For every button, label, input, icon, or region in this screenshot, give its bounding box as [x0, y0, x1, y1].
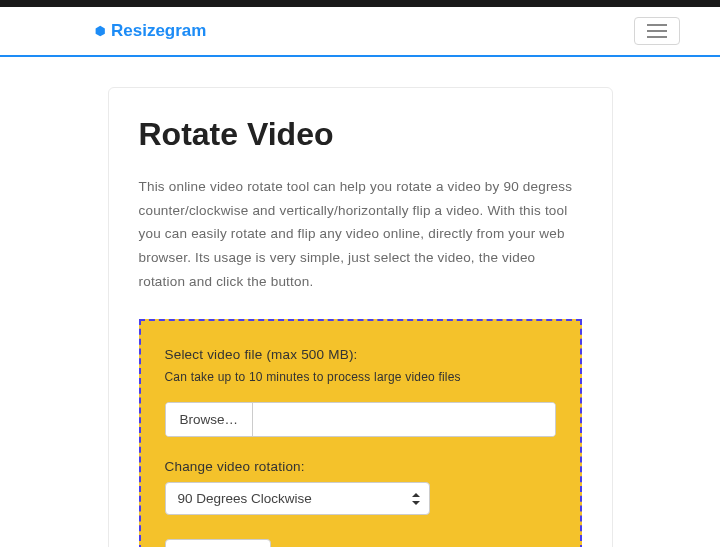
navbar: ⬢ Resizegram — [0, 7, 720, 57]
file-label: Select video file (max 500 MB): — [165, 347, 556, 362]
brand-text: Resizegram — [111, 21, 206, 41]
brand-icon: ⬢ — [95, 24, 105, 38]
file-display — [253, 403, 554, 436]
page-description: This online video rotate tool can help y… — [139, 175, 582, 293]
file-note: Can take up to 10 minutes to process lar… — [165, 370, 556, 384]
form-box: Select video file (max 500 MB): Can take… — [139, 319, 582, 547]
file-input[interactable]: Browse… — [165, 402, 556, 437]
hamburger-icon — [647, 24, 667, 26]
rotation-select-wrap: 90 Degrees Clockwise — [165, 482, 430, 515]
content-wrap: Rotate Video This online video rotate to… — [0, 57, 720, 547]
browse-button[interactable]: Browse… — [166, 403, 254, 436]
main-card: Rotate Video This online video rotate to… — [108, 87, 613, 547]
top-bar — [0, 0, 720, 7]
submit-button[interactable]: Submit Now — [165, 539, 272, 547]
hamburger-icon — [647, 36, 667, 38]
rotation-label: Change video rotation: — [165, 459, 556, 474]
brand-link[interactable]: ⬢ Resizegram — [95, 21, 206, 41]
page-title: Rotate Video — [139, 116, 582, 153]
rotation-select[interactable]: 90 Degrees Clockwise — [165, 482, 430, 515]
nav-toggler[interactable] — [634, 17, 680, 45]
hamburger-icon — [647, 30, 667, 32]
